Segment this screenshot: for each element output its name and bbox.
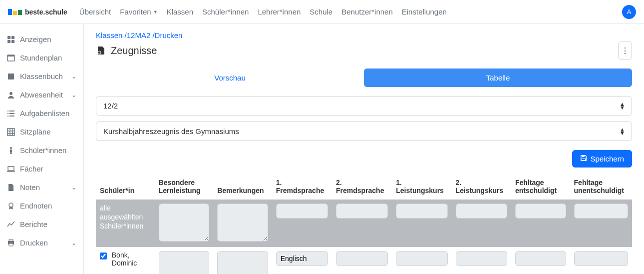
sidebar-item-aufgabenlisten[interactable]: Aufgabenlisten	[0, 104, 83, 122]
more-menu-button[interactable]: ⋮	[618, 42, 632, 60]
sidebar-item-noten[interactable]: Noten ⌄	[0, 178, 83, 196]
topnav-classes[interactable]: Klassen	[167, 8, 193, 16]
book-icon	[7, 72, 15, 80]
fe-input[interactable]	[515, 251, 566, 266]
all-fe-input[interactable]	[515, 204, 566, 218]
chevron-down-icon: ⌄	[71, 184, 76, 191]
list-icon	[7, 110, 15, 118]
all-bemerkungen-input[interactable]	[217, 204, 268, 242]
sidebar-item-drucken[interactable]: Drucken ⌄	[0, 234, 83, 252]
grid-icon	[7, 128, 15, 136]
tabs: Vorschau Tabelle	[96, 68, 632, 87]
col-fu: Fehltage unentschuldigt	[570, 174, 632, 200]
sidebar-item-stundenplan[interactable]: Stundenplan	[0, 48, 83, 67]
all-selected-label: alle ausgewählten Schüler*innen	[100, 204, 151, 231]
topnav-students[interactable]: Schüler*innen	[202, 8, 249, 16]
bemerkungen-input[interactable]	[217, 251, 268, 274]
certificate-icon	[96, 46, 106, 56]
award-icon	[7, 202, 15, 210]
svg-rect-31	[582, 158, 586, 160]
table-row: Bonk, Dominic	[96, 247, 632, 274]
all-besondere-input[interactable]	[159, 204, 210, 242]
sidebar-item-endnoten[interactable]: Endnoten	[0, 196, 83, 215]
all-selected-row: alle ausgewählten Schüler*innen	[96, 200, 632, 247]
sidebar-item-sitzplaene[interactable]: Sitzpläne	[0, 122, 83, 141]
topnav: Übersicht Favoriten ▼ Klassen Schüler*in…	[79, 8, 447, 16]
breadcrumb-class[interactable]: 12MA2	[127, 31, 151, 40]
report-table: Schüler*in Besondere Lernleistung Bemerk…	[96, 174, 632, 274]
svg-rect-11	[9, 113, 14, 114]
col-fs1: 1. Fremdsprache	[272, 174, 332, 200]
breadcrumb: Klassen /12MA2 /Drucken	[96, 31, 632, 40]
fu-input[interactable]	[574, 251, 628, 266]
col-fs2: 2. Fremdsprache	[332, 174, 392, 200]
svg-rect-13	[9, 116, 14, 116]
avatar[interactable]: A	[622, 5, 636, 19]
brand-logo-icon	[8, 9, 22, 15]
topnav-favorites[interactable]: Favoriten ▼	[120, 8, 157, 16]
all-fu-input[interactable]	[574, 204, 628, 218]
svg-rect-20	[10, 150, 12, 152]
topnav-overview[interactable]: Übersicht	[79, 8, 111, 16]
save-button[interactable]: Speichern	[572, 150, 632, 168]
svg-rect-14	[7, 128, 14, 136]
all-lk1-input[interactable]	[396, 204, 447, 218]
col-student: Schüler*in	[96, 174, 155, 200]
topnav-users[interactable]: Benutzer*innen	[341, 8, 393, 16]
sidebar: Anzeigen Stundenplan Klassenbuch ⌄ Abwes…	[0, 24, 84, 274]
sidebar-item-anzeigen[interactable]: Anzeigen	[0, 30, 83, 48]
all-lk2-input[interactable]	[456, 204, 507, 218]
sidebar-item-schueler[interactable]: Schüler*innen	[0, 141, 83, 160]
svg-rect-0	[7, 36, 10, 39]
chevron-down-icon: ⌄	[71, 92, 76, 98]
topnav-teachers[interactable]: Lehrer*innen	[258, 8, 301, 16]
all-fs2-input[interactable]	[336, 204, 388, 218]
print-icon	[7, 239, 15, 247]
svg-rect-6	[8, 74, 14, 80]
col-besondere: Besondere Lernleistung	[155, 174, 214, 200]
calendar-icon	[7, 54, 15, 62]
col-bemerkungen: Bemerkungen	[213, 174, 272, 200]
topbar: beste.schule Übersicht Favoriten ▼ Klass…	[0, 0, 644, 24]
brand-text: beste.schule	[25, 8, 67, 16]
fs2-input[interactable]	[336, 251, 388, 266]
svg-rect-28	[9, 244, 13, 246]
avatar-initial: A	[627, 8, 632, 16]
all-fs1-input[interactable]	[276, 204, 328, 218]
chart-icon	[7, 220, 15, 228]
svg-rect-3	[11, 40, 14, 43]
svg-rect-5	[7, 55, 14, 56]
period-select[interactable]: 12/2	[96, 96, 632, 116]
tab-preview[interactable]: Vorschau	[96, 68, 364, 87]
kebab-icon: ⋮	[621, 46, 629, 56]
sidebar-item-berichte[interactable]: Berichte	[0, 215, 83, 234]
brand[interactable]: beste.schule	[8, 8, 67, 16]
page-title: Zeugnisse	[96, 45, 157, 56]
svg-rect-2	[7, 40, 10, 43]
chevron-down-icon: ⌄	[71, 73, 76, 80]
svg-rect-21	[10, 152, 11, 154]
svg-point-29	[98, 51, 101, 54]
svg-rect-30	[582, 156, 585, 158]
svg-rect-22	[11, 152, 12, 154]
sidebar-item-faecher[interactable]: Fächer	[0, 160, 83, 178]
tab-table[interactable]: Tabelle	[364, 68, 632, 87]
besondere-input[interactable]	[159, 251, 210, 274]
lk1-input[interactable]	[396, 251, 447, 266]
file-icon	[7, 184, 15, 192]
person-icon	[7, 91, 15, 99]
svg-rect-8	[7, 110, 8, 112]
svg-point-19	[10, 147, 12, 149]
lk2-input[interactable]	[456, 251, 507, 266]
topnav-settings[interactable]: Einstellungen	[402, 8, 447, 16]
breadcrumb-classes[interactable]: Klassen	[96, 31, 122, 40]
student-checkbox[interactable]	[100, 252, 107, 260]
svg-point-25	[9, 203, 13, 207]
breadcrumb-print[interactable]: Drucken	[155, 31, 183, 40]
sidebar-item-klassenbuch[interactable]: Klassenbuch ⌄	[0, 67, 83, 86]
sidebar-item-abwesenheit[interactable]: Abwesenheit ⌄	[0, 86, 83, 104]
report-type-select[interactable]: Kurshalbjahreszeugnis des Gymnasiums	[96, 122, 632, 141]
svg-rect-1	[11, 36, 14, 39]
topnav-school[interactable]: Schule	[310, 8, 332, 16]
fs1-input[interactable]	[276, 251, 328, 266]
